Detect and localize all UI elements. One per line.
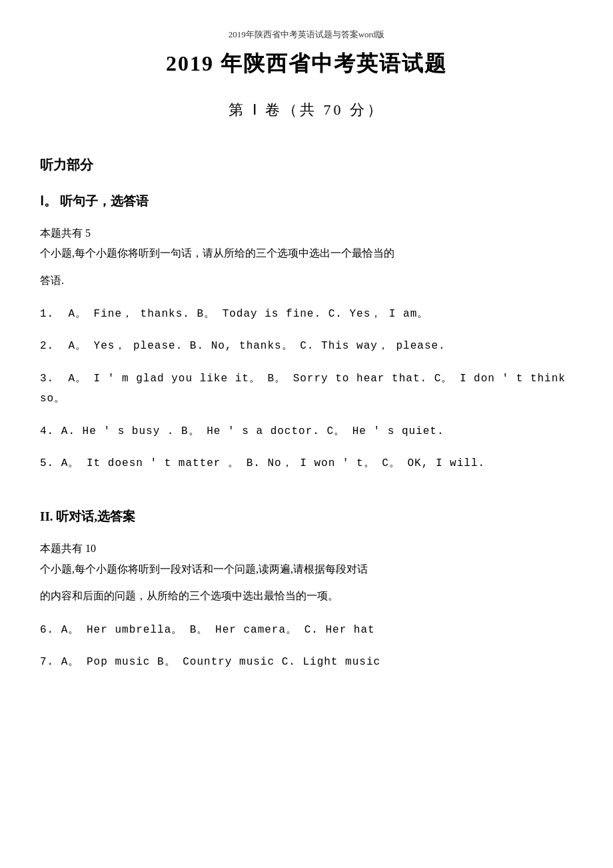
question-6: 6. A。 Her umbrella。 B。 Her camera。 C. He… [40, 620, 573, 640]
question-2: 2. A。 Yes， please. B. No, thanks。 C. Thi… [40, 336, 573, 356]
instruction-line1: 本题共有 5 [40, 227, 91, 239]
instruction-line2: 个小题,每个小题你将听到一句话，请从所给的三个选项中选出一个最恰当的 [40, 247, 394, 259]
question-4: 4. A. He ' s busy . B。 He ' s a doctor. … [40, 421, 573, 441]
part-ii-instruction-line3: 的内容和后面的问题，从所给的三个选项中选出最恰当的一项。 [40, 586, 573, 606]
part-ii-instruction-line2: 个小题,每个小题你将听到一段对话和一个问题,读两遍,请根据每段对话 [40, 563, 368, 575]
part-ii-title: II. 听对话,选答案 [40, 505, 573, 528]
part-i-instruction-line3: 答语. [40, 271, 573, 291]
question-1: 1. A。 Fine， thanks. B。 Today is fine. C.… [40, 304, 573, 324]
question-5: 5. A。 It doesn ' t matter 。 B. No， I won… [40, 453, 573, 473]
q3-number: 3. [40, 373, 54, 385]
q4-text: A. He ' s busy . B。 He ' s a doctor. C。 … [61, 425, 444, 437]
q3-text: A。 I ' m glad you like it。 B。 Sorry to h… [40, 373, 566, 405]
question-7: 7. A。 Pop music B。 Country music C. Ligh… [40, 652, 573, 672]
document-subtitle: 2019年陕西省中考英语试题与答案word版 [40, 27, 573, 42]
q7-text: A。 Pop music B。 Country music C. Light m… [61, 656, 380, 668]
part-ii-questions: 6. A。 Her umbrella。 B。 Her camera。 C. He… [40, 620, 573, 673]
part-ii-instruction-line1: 本题共有 10 [40, 543, 96, 554]
q5-text: A。 It doesn ' t matter 。 B. No， I won ' … [61, 457, 485, 469]
q1-text: A。 Fine， thanks. B。 Today is fine. C. Ye… [68, 308, 428, 320]
q1-number: 1. [40, 308, 54, 320]
q2-text: A。 Yes， please. B. No, thanks。 C. This w… [68, 340, 445, 352]
part-i-questions: 1. A。 Fine， thanks. B。 Today is fine. C.… [40, 304, 573, 473]
q6-number: 6. [40, 624, 54, 636]
q7-number: 7. [40, 656, 54, 668]
listening-section-title: 听力部分 [40, 153, 573, 177]
part-ii-instruction: 本题共有 10 个小题,每个小题你将听到一段对话和一个问题,读两遍,请根据每段对… [40, 539, 573, 579]
part-i-title: Ⅰ。 听句子，选答语 [40, 190, 573, 213]
section-heading: 第 Ⅰ 卷（共 70 分） [40, 97, 573, 123]
q5-number: 5. [40, 457, 54, 469]
part-i-instruction: 本题共有 5 个小题,每个小题你将听到一句话，请从所给的三个选项中选出一个最恰当… [40, 223, 573, 264]
main-title: 2019 年陕西省中考英语试题 [40, 45, 573, 83]
question-3: 3. A。 I ' m glad you like it。 B。 Sorry t… [40, 369, 573, 409]
q4-number: 4. [40, 425, 54, 437]
q6-text: A。 Her umbrella。 B。 Her camera。 C. Her h… [61, 624, 375, 636]
q2-number: 2. [40, 340, 54, 352]
